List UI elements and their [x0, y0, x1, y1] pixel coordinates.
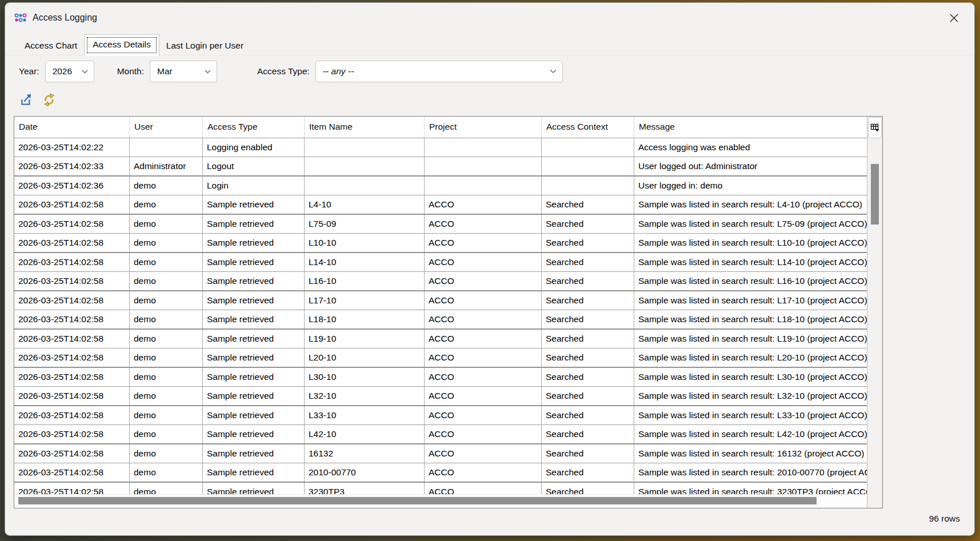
table-cell[interactable]: [305, 138, 425, 157]
horizontal-scrollbar-thumb[interactable]: [18, 497, 817, 504]
table-cell[interactable]: Searched: [542, 330, 634, 348]
table-cell[interactable]: demo: [130, 348, 203, 367]
table-cell[interactable]: 2026-03-25T14:02:36: [14, 177, 130, 195]
table-cell[interactable]: 2026-03-25T14:02:58: [14, 195, 130, 214]
table-cell[interactable]: Sample retrieved: [203, 406, 305, 424]
table-cell[interactable]: demo: [130, 234, 203, 252]
table-cell[interactable]: 2026-03-25T14:02:58: [14, 406, 130, 424]
table-cell[interactable]: ACCO: [425, 310, 542, 328]
table-cell[interactable]: 2026-03-25T14:02:58: [14, 444, 130, 463]
year-select[interactable]: 2026: [45, 61, 94, 82]
column-header[interactable]: Project: [425, 117, 542, 138]
table-cell[interactable]: Sample was listed in search result: 1613…: [634, 444, 867, 463]
table-cell[interactable]: Sample retrieved: [203, 483, 305, 494]
table-cell[interactable]: 2026-03-25T14:02:58: [14, 272, 130, 290]
table-cell[interactable]: L14-10: [305, 253, 425, 271]
table-cell[interactable]: Searched: [542, 272, 634, 290]
table-cell[interactable]: L32-10: [305, 387, 425, 405]
table-cell[interactable]: L33-10: [305, 406, 425, 424]
table-cell[interactable]: ACCO: [425, 215, 542, 233]
table-cell[interactable]: Sample retrieved: [203, 234, 305, 252]
table-cell[interactable]: Sample retrieved: [203, 348, 305, 367]
table-row[interactable]: 2026-03-25T14:02:58demoSample retrievedL…: [14, 406, 867, 425]
table-cell[interactable]: 2026-03-25T14:02:58: [14, 291, 130, 310]
table-cell[interactable]: Sample was listed in search result: L16-…: [634, 272, 867, 290]
table-row[interactable]: 2026-03-25T14:02:58demoSample retrievedL…: [14, 368, 867, 387]
table-cell[interactable]: 2026-03-25T14:02:58: [14, 348, 130, 367]
table-cell[interactable]: demo: [130, 425, 203, 443]
table-cell[interactable]: Searched: [542, 310, 634, 328]
table-cell[interactable]: 2026-03-25T14:02:58: [14, 425, 130, 443]
table-cell[interactable]: 2026-03-25T14:02:58: [14, 234, 130, 252]
table-cell[interactable]: L10-10: [305, 234, 425, 252]
tab-access-chart[interactable]: Access Chart: [18, 37, 84, 55]
table-cell[interactable]: demo: [130, 463, 203, 482]
table-cell[interactable]: Searched: [542, 291, 634, 310]
table-cell[interactable]: Searched: [542, 234, 634, 252]
table-cell[interactable]: 2026-03-25T14:02:58: [14, 330, 130, 348]
column-header[interactable]: User: [130, 117, 203, 138]
table-cell[interactable]: 2026-03-25T14:02:58: [14, 253, 130, 271]
month-select[interactable]: Mar: [150, 61, 217, 82]
table-cell[interactable]: Searched: [542, 215, 634, 233]
table-cell[interactable]: L19-10: [305, 330, 425, 348]
table-cell[interactable]: [130, 138, 203, 157]
table-cell[interactable]: ACCO: [425, 272, 542, 290]
table-cell[interactable]: Sample was listed in search result: L4-1…: [634, 195, 867, 214]
table-row[interactable]: 2026-03-25T14:02:36demoLoginUser logged …: [14, 177, 867, 195]
table-row[interactable]: 2026-03-25T14:02:58demoSample retrievedL…: [14, 291, 867, 310]
table-cell[interactable]: ACCO: [425, 348, 542, 367]
table-cell[interactable]: Sample was listed in search result: L75-…: [634, 215, 867, 233]
table-cell[interactable]: 2026-03-25T14:02:58: [14, 483, 130, 494]
table-cell[interactable]: 2026-03-25T14:02:33: [14, 157, 130, 175]
table-row[interactable]: 2026-03-25T14:02:33AdministratorLogoutUs…: [14, 157, 867, 177]
table-cell[interactable]: demo: [130, 195, 203, 214]
table-cell[interactable]: Sample retrieved: [203, 463, 305, 482]
table-cell[interactable]: Sample was listed in search result: L10-…: [634, 234, 867, 252]
table-cell[interactable]: Sample retrieved: [203, 368, 305, 386]
table-cell[interactable]: Sample retrieved: [203, 291, 305, 310]
table-row[interactable]: 2026-03-25T14:02:58demoSample retrievedL…: [14, 195, 867, 215]
table-cell[interactable]: Access logging was enabled: [634, 138, 867, 157]
table-cell[interactable]: demo: [130, 310, 203, 328]
table-cell[interactable]: 2026-03-25T14:02:58: [14, 387, 130, 405]
table-cell[interactable]: 16132: [305, 444, 425, 463]
table-cell[interactable]: Sample was listed in search result: L19-…: [634, 330, 867, 348]
table-cell[interactable]: Searched: [542, 444, 634, 463]
table-cell[interactable]: ACCO: [425, 195, 542, 214]
table-cell[interactable]: Sample was listed in search result: L14-…: [634, 253, 867, 271]
table-cell[interactable]: Sample retrieved: [203, 215, 305, 233]
table-cell[interactable]: demo: [130, 483, 203, 494]
table-cell[interactable]: demo: [130, 387, 203, 405]
table-cell[interactable]: Sample retrieved: [203, 310, 305, 328]
title-bar[interactable]: Access Logging: [5, 3, 974, 33]
table-row[interactable]: 2026-03-25T14:02:58demoSample retrieved1…: [14, 444, 867, 463]
table-cell[interactable]: ACCO: [425, 253, 542, 271]
table-cell[interactable]: ACCO: [425, 387, 542, 405]
table-cell[interactable]: Sample was listed in search result: L20-…: [634, 348, 867, 367]
table-cell[interactable]: Sample retrieved: [203, 272, 305, 290]
table-row[interactable]: 2026-03-25T14:02:58demoSample retrievedL…: [14, 425, 867, 444]
table-cell[interactable]: Sample was listed in search result: L32-…: [634, 387, 867, 405]
table-cell[interactable]: L16-10: [305, 272, 425, 290]
table-cell[interactable]: Searched: [542, 348, 634, 367]
table-cell[interactable]: User logged out: Administrator: [634, 157, 867, 175]
table-cell[interactable]: Logging enabled: [203, 138, 305, 157]
table-cell[interactable]: Sample was listed in search result: L42-…: [634, 425, 867, 443]
table-cell[interactable]: ACCO: [425, 425, 542, 443]
access-type-select[interactable]: -- any --: [315, 61, 563, 82]
table-cell[interactable]: L75-09: [305, 215, 425, 233]
table-row[interactable]: 2026-03-25T14:02:58demoSample retrieved3…: [14, 483, 867, 494]
table-cell[interactable]: Sample was listed in search result: 2010…: [634, 463, 867, 482]
table-cell[interactable]: Searched: [542, 406, 634, 424]
table-cell[interactable]: 2010-00770: [305, 463, 425, 482]
column-header[interactable]: Message: [634, 117, 867, 138]
table-cell[interactable]: Sample was listed in search result: L17-…: [634, 291, 867, 310]
table-cell[interactable]: demo: [130, 406, 203, 424]
table-cell[interactable]: ACCO: [425, 234, 542, 252]
table-cell[interactable]: 2026-03-25T14:02:58: [14, 463, 130, 482]
table-cell[interactable]: [425, 138, 542, 157]
vertical-scrollbar-thumb[interactable]: [871, 164, 879, 225]
table-cell[interactable]: Sample was listed in search result: L33-…: [634, 406, 867, 424]
horizontal-scrollbar[interactable]: [14, 494, 867, 508]
